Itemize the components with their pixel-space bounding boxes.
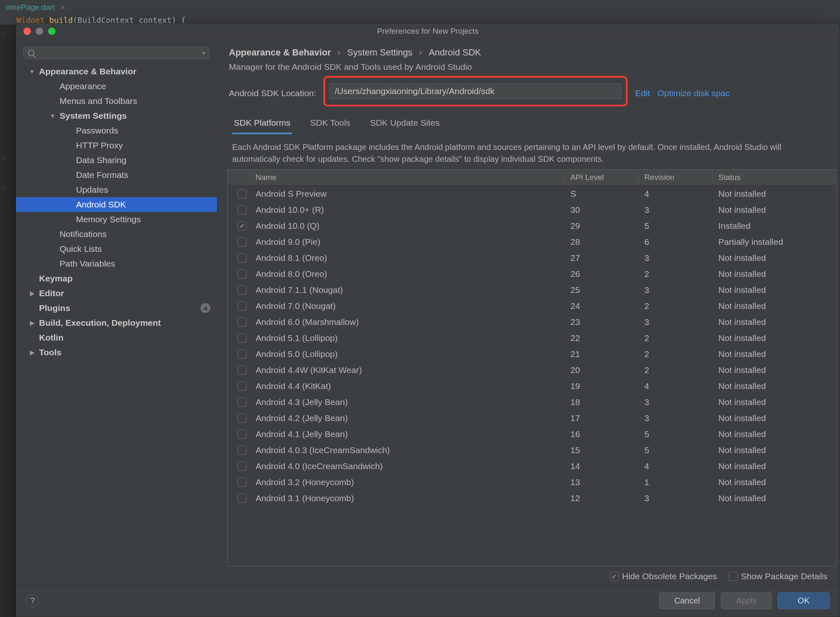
- row-checkbox[interactable]: [238, 269, 247, 279]
- table-row[interactable]: Android 4.3 (Jelly Bean)183Not installed: [228, 394, 836, 410]
- sidebar-item-updates[interactable]: Updates: [16, 182, 217, 197]
- row-checkbox[interactable]: [238, 189, 247, 198]
- chevron-down-icon[interactable]: ▾: [202, 50, 205, 56]
- cell-name: Android 5.1 (Lollipop): [250, 333, 565, 343]
- row-checkbox[interactable]: [238, 302, 247, 311]
- sidebar-item-notifications[interactable]: Notifications: [16, 227, 217, 242]
- table-row[interactable]: Android 9.0 (Pie)286Partially installed: [228, 234, 836, 250]
- show-details-checkbox[interactable]: Show Package Details: [729, 571, 827, 581]
- sidebar-item-appearance[interactable]: Appearance: [16, 79, 217, 94]
- table-row[interactable]: Android 4.4 (KitKat)194Not installed: [228, 378, 836, 394]
- row-checkbox[interactable]: [238, 382, 247, 391]
- apply-button[interactable]: Apply: [721, 592, 772, 609]
- sidebar-item-data-sharing[interactable]: Data Sharing: [16, 153, 217, 168]
- help-button[interactable]: ?: [26, 594, 39, 608]
- cell-rev: 3: [639, 397, 713, 407]
- row-checkbox[interactable]: [238, 318, 247, 327]
- table-row[interactable]: Android 8.0 (Oreo)262Not installed: [228, 266, 836, 282]
- sidebar-item-memory-settings[interactable]: Memory Settings: [16, 212, 217, 227]
- tree-arrow-icon: ▶: [28, 290, 36, 297]
- sidebar-item-date-formats[interactable]: Date Formats: [16, 168, 217, 182]
- table-row[interactable]: Android 10.0 (Q)295Installed: [228, 218, 836, 234]
- row-checkbox[interactable]: [238, 221, 247, 230]
- sidebar-item-appearance-behavior[interactable]: ▼Appearance & Behavior: [16, 64, 217, 79]
- cell-api: 14: [565, 461, 639, 471]
- row-checkbox[interactable]: [238, 285, 247, 295]
- edit-location-link[interactable]: Edit: [635, 88, 650, 98]
- row-checkbox[interactable]: [238, 366, 247, 375]
- preferences-tree[interactable]: ▼Appearance & BehaviorAppearanceMenus an…: [16, 64, 217, 585]
- cell-name: Android 10.0 (Q): [250, 221, 565, 231]
- sidebar-item-system-settings[interactable]: ▼System Settings: [16, 108, 217, 123]
- breadcrumb-part: Appearance & Behavior: [229, 47, 331, 58]
- search-input-wrap[interactable]: ▾: [23, 46, 210, 59]
- row-checkbox[interactable]: [238, 494, 247, 503]
- row-checkbox[interactable]: [238, 430, 247, 439]
- dialog-title: Preferences for New Projects: [377, 27, 478, 36]
- breadcrumb-part: System Settings: [347, 47, 413, 58]
- search-input[interactable]: [38, 48, 199, 57]
- row-checkbox[interactable]: [238, 334, 247, 343]
- table-row[interactable]: Android 4.1 (Jelly Bean)165Not installed: [228, 426, 836, 442]
- cell-rev: 3: [639, 285, 713, 295]
- sidebar-item-tools[interactable]: ▶Tools: [16, 345, 217, 360]
- table-row[interactable]: Android 4.4W (KitKat Wear)202Not install…: [228, 362, 836, 378]
- table-row[interactable]: Android S PreviewS4Not installed: [228, 186, 836, 202]
- row-checkbox[interactable]: [238, 350, 247, 359]
- cell-rev: 5: [639, 429, 713, 439]
- table-row[interactable]: Android 5.0 (Lollipop)212Not installed: [228, 346, 836, 362]
- table-row[interactable]: Android 7.1.1 (Nougat)253Not installed: [228, 282, 836, 298]
- ok-button[interactable]: OK: [778, 592, 830, 609]
- cancel-button[interactable]: Cancel: [659, 592, 715, 609]
- table-row[interactable]: Android 5.1 (Lollipop)222Not installed: [228, 330, 836, 346]
- table-row[interactable]: Android 4.0 (IceCreamSandwich)144Not ins…: [228, 458, 836, 474]
- sidebar-item-quick-lists[interactable]: Quick Lists: [16, 242, 217, 256]
- col-api[interactable]: API Level: [565, 170, 639, 185]
- sidebar-item-plugins[interactable]: Plugins4: [16, 301, 217, 315]
- minimize-window-button[interactable]: [36, 28, 43, 35]
- sidebar-item-path-variables[interactable]: Path Variables: [16, 256, 217, 271]
- row-checkbox[interactable]: [238, 237, 247, 246]
- sidebar-item-build-execution-deployment[interactable]: ▶Build, Execution, Deployment: [16, 315, 217, 330]
- cell-name: Android 4.2 (Jelly Bean): [250, 413, 565, 423]
- editor-tab[interactable]: omePage.dart ×: [6, 3, 65, 12]
- table-row[interactable]: Android 8.1 (Oreo)273Not installed: [228, 250, 836, 266]
- row-checkbox[interactable]: [238, 462, 247, 471]
- col-rev[interactable]: Revision: [639, 170, 713, 185]
- sidebar-item-keymap[interactable]: Keymap: [16, 271, 217, 286]
- cell-name: Android 4.4 (KitKat): [250, 381, 565, 391]
- row-checkbox[interactable]: [238, 446, 247, 455]
- close-window-button[interactable]: [23, 28, 31, 35]
- sdk-location-input[interactable]: [329, 83, 622, 99]
- table-row[interactable]: Android 4.2 (Jelly Bean)173Not installed: [228, 410, 836, 426]
- row-checkbox[interactable]: [238, 414, 247, 423]
- sidebar-item-label: Appearance & Behavior: [39, 67, 136, 76]
- sidebar-item-menus-and-toolbars[interactable]: Menus and Toolbars: [16, 94, 217, 108]
- sdk-table-body[interactable]: Android S PreviewS4Not installedAndroid …: [227, 186, 836, 566]
- sidebar-item-passwords[interactable]: Passwords: [16, 123, 217, 138]
- window-controls: [23, 28, 55, 35]
- table-row[interactable]: Android 6.0 (Marshmallow)233Not installe…: [228, 314, 836, 330]
- hide-obsolete-checkbox[interactable]: Hide Obsolete Packages: [610, 571, 717, 581]
- table-row[interactable]: Android 3.2 (Honeycomb)131Not installed: [228, 474, 836, 490]
- sidebar-item-editor[interactable]: ▶Editor: [16, 286, 217, 301]
- table-row[interactable]: Android 3.1 (Honeycomb)123Not installed: [228, 490, 836, 506]
- col-status[interactable]: Status: [713, 170, 836, 185]
- row-checkbox[interactable]: [238, 478, 247, 487]
- sidebar-item-kotlin[interactable]: Kotlin: [16, 330, 217, 345]
- table-row[interactable]: Android 10.0+ (R)303Not installed: [228, 202, 836, 218]
- col-name[interactable]: Name: [250, 170, 565, 185]
- sidebar-item-android-sdk[interactable]: Android SDK: [16, 197, 217, 212]
- tab-sdk-tools[interactable]: SDK Tools: [309, 114, 352, 134]
- tab-sdk-update-sites[interactable]: SDK Update Sites: [368, 114, 441, 134]
- close-icon[interactable]: ×: [60, 3, 65, 12]
- sidebar-item-http-proxy[interactable]: HTTP Proxy: [16, 138, 217, 153]
- row-checkbox[interactable]: [238, 398, 247, 407]
- table-row[interactable]: Android 7.0 (Nougat)242Not installed: [228, 298, 836, 314]
- row-checkbox[interactable]: [238, 205, 247, 214]
- table-row[interactable]: Android 4.0.3 (IceCreamSandwich)155Not i…: [228, 442, 836, 458]
- optimize-disk-link[interactable]: Optimize disk spac: [658, 88, 730, 98]
- row-checkbox[interactable]: [238, 253, 247, 262]
- tab-sdk-platforms[interactable]: SDK Platforms: [232, 114, 292, 134]
- zoom-window-button[interactable]: [48, 28, 55, 35]
